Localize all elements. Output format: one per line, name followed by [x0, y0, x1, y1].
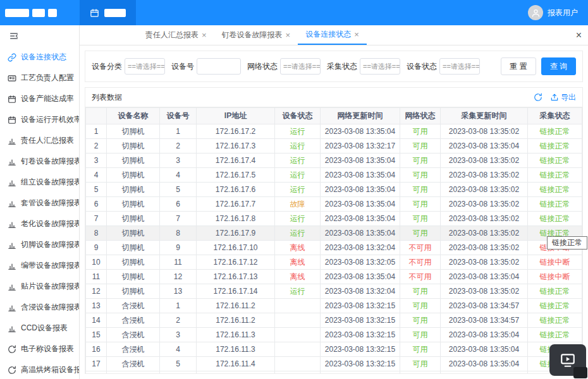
table-row[interactable]: 8切脚机8172.16.17.9运行2023-03-08 13:35:04可用2… [86, 226, 582, 241]
sidebar-item-label: 老化设备故障报表 [21, 219, 79, 229]
table-cell: 172.16.17.13 [197, 270, 275, 284]
top-menu-item[interactable] [80, 0, 136, 25]
table-row[interactable]: 10切脚机11172.16.17.12离线2023-03-08 13:32:05… [86, 255, 582, 270]
table-cell: 4 [160, 168, 197, 183]
table-cell: 9 [160, 241, 197, 255]
refresh-icon[interactable] [534, 93, 542, 102]
table-cell: 2023-03-08 13:35:02 [441, 226, 528, 241]
table-cell: 172.16.17.8 [197, 212, 275, 226]
table-cell: 不可用 [400, 270, 441, 284]
table-row[interactable]: 18含浸机6172.16.11.42023-03-08 13:32:15可用20… [86, 371, 582, 374]
table-cell: 15 [86, 328, 107, 342]
tab[interactable]: 责任人汇总报表× [138, 25, 214, 45]
sidebar-item[interactable]: CCD设备报表 [0, 318, 79, 339]
sidebar-item[interactable]: 老化设备故障报表 [0, 214, 79, 234]
export-button[interactable]: 导出 [550, 92, 576, 103]
table-header-row: 设备名称设备号IP地址设备状态网络更新时间网络状态采集更新时间采集状态 [86, 108, 582, 124]
table-cell: 172.16.17.10 [197, 241, 275, 255]
table-row[interactable]: 13含浸机1172.16.11.22023-03-08 13:32:15可用20… [86, 299, 582, 313]
tab[interactable]: 设备连接状态× [298, 25, 367, 45]
content: 设备分类==请选择==▾设备号网络状态==请选择==▾采集状态==请选择==▾设… [80, 45, 588, 379]
table-cell: 切脚机 [107, 153, 160, 168]
table-row[interactable]: 4切脚机4172.16.17.5运行2023-03-08 13:35:04可用2… [86, 168, 582, 183]
filter-fields: 设备分类==请选择==▾设备号网络状态==请选择==▾采集状态==请选择==▾设… [92, 58, 480, 75]
close-icon[interactable]: × [202, 31, 207, 39]
close-icon[interactable]: × [354, 30, 359, 39]
table-cell: 7 [86, 212, 107, 226]
table-row[interactable]: 7切脚机7172.16.17.8运行2023-03-08 13:35:04可用2… [86, 212, 582, 226]
table-row[interactable]: 6切脚机6172.16.17.7故障2023-03-08 13:35:04可用2… [86, 197, 582, 212]
tab[interactable]: 钉卷设备故障报表× [214, 25, 298, 45]
calendar-icon [8, 95, 16, 104]
collapse-sidebar-button[interactable] [0, 25, 79, 47]
close-all-tabs-button[interactable]: × [576, 25, 582, 45]
table-row[interactable]: 14含浸机2172.16.11.22023-03-08 13:32:15可用20… [86, 313, 582, 328]
table-cell: 链接正常 [528, 313, 582, 328]
table-cell: 172.16.11.3 [197, 328, 275, 342]
sidebar-item[interactable]: 电子称设备报表 [0, 339, 79, 359]
table-row[interactable]: 16含浸机4172.16.11.32023-03-08 13:32:15可用20… [86, 342, 582, 357]
table-row[interactable]: 17含浸机5172.16.11.42023-03-08 13:32:15可用20… [86, 357, 582, 371]
table-cell [275, 299, 321, 313]
sidebar-item[interactable]: 切脚设备故障报表 [0, 234, 79, 255]
sidebar-item[interactable]: 工艺负责人配置 [0, 68, 79, 88]
table-cell: 链接正常 [528, 153, 582, 168]
reset-button[interactable]: 重 置 [501, 57, 536, 75]
column-header: 设备状态 [275, 108, 321, 124]
table-cell: 2023-03-08 13:32:04 [321, 241, 400, 255]
collect-status-select[interactable]: ==请选择==▾ [360, 58, 400, 75]
list-header: 列表数据 导出 [85, 88, 582, 107]
table-cell: 11 [160, 255, 197, 270]
table-row[interactable]: 9切脚机9172.16.17.10离线2023-03-08 13:32:04不可… [86, 241, 582, 255]
table-cell: 运行 [275, 139, 321, 153]
bar-chart-icon [8, 324, 16, 333]
table-cell: 1 [86, 124, 107, 139]
sidebar-item[interactable]: 含浸设备故障报表 [0, 297, 79, 318]
sidebar-item-label: 设备产能达成率 [21, 93, 74, 104]
table-cell: 17 [86, 357, 107, 371]
table-cell: 2023-03-08 13:35:04 [441, 357, 528, 371]
sidebar-menu: 设备连接状态工艺负责人配置设备产能达成率设备运行开机效率责任人汇总报表钉卷设备故… [0, 47, 79, 379]
table-row[interactable]: 2切脚机2172.16.17.3运行2023-03-08 13:32:17可用2… [86, 139, 582, 153]
device-no-input[interactable] [197, 58, 241, 75]
sidebar-item-label: 电子称设备报表 [21, 344, 74, 354]
table-cell: 16 [86, 342, 107, 357]
table-cell: 2023-03-08 13:35:04 [321, 212, 400, 226]
table-cell: 切脚机 [107, 124, 160, 139]
network-status-select[interactable]: ==请选择==▾ [280, 58, 321, 75]
table-cell: 10 [86, 255, 107, 270]
table-row[interactable]: 3切脚机3172.16.17.4运行2023-03-08 13:35:04可用2… [86, 153, 582, 168]
table-row[interactable]: 11切脚机12172.16.17.13离线2023-03-08 13:35:04… [86, 270, 582, 284]
device-category-select[interactable]: ==请选择==▾ [125, 58, 165, 75]
screen-share-widget[interactable] [549, 344, 586, 376]
bar-chart-icon [8, 178, 16, 187]
sidebar-item[interactable]: 钉卷设备故障报表 [0, 151, 79, 172]
user-menu[interactable]: 报表用户 [528, 0, 588, 25]
query-button[interactable]: 查 询 [541, 57, 576, 75]
sidebar-item[interactable]: 贴片设备故障报表 [0, 276, 79, 297]
sidebar-item[interactable]: 设备产能达成率 [0, 88, 79, 109]
table-cell: 9 [86, 241, 107, 255]
table-row[interactable]: 5切脚机5172.16.17.6运行2023-03-08 13:35:04可用2… [86, 183, 582, 197]
redacted-menu-label [104, 9, 126, 17]
table-body: 1切脚机1172.16.17.2运行2023-03-08 13:35:04可用2… [86, 124, 582, 374]
sidebar-item[interactable]: 编带设备故障报表 [0, 255, 79, 276]
sidebar-item[interactable]: 高温烘烤箱设备报表 [0, 359, 79, 379]
table-cell: 可用 [400, 371, 441, 374]
table-cell: 2023-03-08 13:35:02 [441, 212, 528, 226]
table-cell: 离线 [275, 255, 321, 270]
table-row[interactable]: 12切脚机13172.16.17.14运行2023-03-08 13:32:04… [86, 284, 582, 299]
sidebar-item[interactable]: 套管设备故障报表 [0, 193, 79, 214]
table-cell: 5 [86, 183, 107, 197]
sidebar-item[interactable]: 设备运行开机效率 [0, 109, 79, 130]
sidebar-item[interactable]: 设备连接状态 [0, 47, 79, 68]
device-status-select[interactable]: ==请选择==▾ [439, 58, 480, 75]
sidebar-item[interactable]: 责任人汇总报表 [0, 130, 79, 151]
sidebar-item[interactable]: 组立设备故障报表 [0, 172, 79, 193]
table-row[interactable]: 1切脚机1172.16.17.2运行2023-03-08 13:35:04可用2… [86, 124, 582, 139]
sidebar-item-label: 组立设备故障报表 [21, 177, 79, 188]
close-icon[interactable]: × [286, 31, 291, 39]
table-cell: 8 [86, 226, 107, 241]
topbar: 报表用户 [0, 0, 588, 25]
table-row[interactable]: 15含浸机3172.16.11.32023-03-08 13:32:15可用20… [86, 328, 582, 342]
